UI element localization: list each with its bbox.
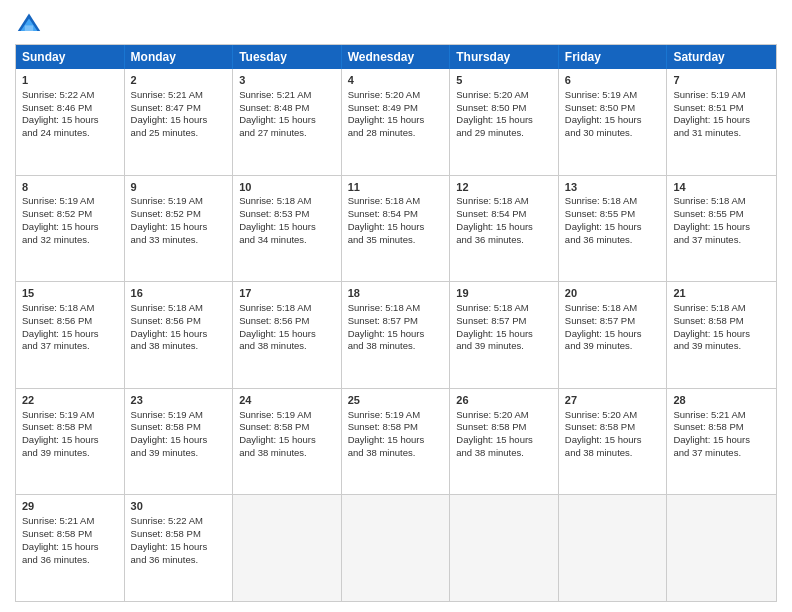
day-info-line: Daylight: 15 hours	[22, 328, 118, 341]
day-info-line: Sunrise: 5:21 AM	[239, 89, 335, 102]
day-number: 27	[565, 393, 661, 408]
day-number: 29	[22, 499, 118, 514]
day-number: 7	[673, 73, 770, 88]
day-info-line: Daylight: 15 hours	[348, 328, 444, 341]
calendar-row-0: 1Sunrise: 5:22 AMSunset: 8:46 PMDaylight…	[16, 69, 776, 175]
day-number: 20	[565, 286, 661, 301]
day-info-line: Daylight: 15 hours	[131, 114, 227, 127]
header-day-friday: Friday	[559, 45, 668, 69]
day-cell-19: 19Sunrise: 5:18 AMSunset: 8:57 PMDayligh…	[450, 282, 559, 388]
calendar-row-2: 15Sunrise: 5:18 AMSunset: 8:56 PMDayligh…	[16, 281, 776, 388]
day-cell-15: 15Sunrise: 5:18 AMSunset: 8:56 PMDayligh…	[16, 282, 125, 388]
day-info-line: Daylight: 15 hours	[673, 221, 770, 234]
day-info-line: Daylight: 15 hours	[456, 328, 552, 341]
empty-cell	[667, 495, 776, 601]
day-info-line: Daylight: 15 hours	[22, 541, 118, 554]
day-info-line: Sunset: 8:50 PM	[565, 102, 661, 115]
day-info-line: and 36 minutes.	[131, 554, 227, 567]
day-number: 4	[348, 73, 444, 88]
day-info-line: Daylight: 15 hours	[239, 114, 335, 127]
day-info-line: Daylight: 15 hours	[565, 221, 661, 234]
day-info-line: Sunset: 8:55 PM	[673, 208, 770, 221]
day-info-line: and 39 minutes.	[456, 340, 552, 353]
day-info-line: Daylight: 15 hours	[673, 434, 770, 447]
day-cell-13: 13Sunrise: 5:18 AMSunset: 8:55 PMDayligh…	[559, 176, 668, 282]
day-info-line: and 27 minutes.	[239, 127, 335, 140]
day-cell-9: 9Sunrise: 5:19 AMSunset: 8:52 PMDaylight…	[125, 176, 234, 282]
day-cell-1: 1Sunrise: 5:22 AMSunset: 8:46 PMDaylight…	[16, 69, 125, 175]
day-info-line: and 33 minutes.	[131, 234, 227, 247]
day-info-line: and 25 minutes.	[131, 127, 227, 140]
day-info-line: Sunset: 8:48 PM	[239, 102, 335, 115]
day-info-line: Sunrise: 5:18 AM	[348, 195, 444, 208]
day-info-line: Sunset: 8:51 PM	[673, 102, 770, 115]
day-number: 14	[673, 180, 770, 195]
day-info-line: Sunrise: 5:22 AM	[131, 515, 227, 528]
day-info-line: Sunrise: 5:19 AM	[22, 195, 118, 208]
day-info-line: Daylight: 15 hours	[348, 434, 444, 447]
header-day-sunday: Sunday	[16, 45, 125, 69]
calendar: SundayMondayTuesdayWednesdayThursdayFrid…	[15, 44, 777, 602]
day-info-line: and 35 minutes.	[348, 234, 444, 247]
day-info-line: and 39 minutes.	[22, 447, 118, 460]
day-info-line: Sunrise: 5:18 AM	[22, 302, 118, 315]
day-number: 6	[565, 73, 661, 88]
day-info-line: and 38 minutes.	[131, 340, 227, 353]
day-info-line: Sunset: 8:49 PM	[348, 102, 444, 115]
day-info-line: Sunset: 8:57 PM	[456, 315, 552, 328]
day-info-line: Sunrise: 5:20 AM	[456, 89, 552, 102]
header-day-thursday: Thursday	[450, 45, 559, 69]
day-info-line: Sunset: 8:57 PM	[348, 315, 444, 328]
day-info-line: Sunset: 8:56 PM	[239, 315, 335, 328]
day-number: 5	[456, 73, 552, 88]
day-info-line: and 38 minutes.	[565, 447, 661, 460]
day-info-line: and 39 minutes.	[131, 447, 227, 460]
day-number: 16	[131, 286, 227, 301]
day-number: 1	[22, 73, 118, 88]
day-info-line: Sunset: 8:58 PM	[22, 421, 118, 434]
header	[15, 10, 777, 38]
day-number: 21	[673, 286, 770, 301]
day-cell-23: 23Sunrise: 5:19 AMSunset: 8:58 PMDayligh…	[125, 389, 234, 495]
calendar-header: SundayMondayTuesdayWednesdayThursdayFrid…	[16, 45, 776, 69]
day-cell-14: 14Sunrise: 5:18 AMSunset: 8:55 PMDayligh…	[667, 176, 776, 282]
day-cell-10: 10Sunrise: 5:18 AMSunset: 8:53 PMDayligh…	[233, 176, 342, 282]
day-cell-17: 17Sunrise: 5:18 AMSunset: 8:56 PMDayligh…	[233, 282, 342, 388]
calendar-row-1: 8Sunrise: 5:19 AMSunset: 8:52 PMDaylight…	[16, 175, 776, 282]
day-info-line: Daylight: 15 hours	[22, 221, 118, 234]
day-cell-22: 22Sunrise: 5:19 AMSunset: 8:58 PMDayligh…	[16, 389, 125, 495]
day-number: 12	[456, 180, 552, 195]
day-info-line: Daylight: 15 hours	[456, 221, 552, 234]
day-info-line: Sunset: 8:55 PM	[565, 208, 661, 221]
day-info-line: Sunrise: 5:18 AM	[239, 195, 335, 208]
day-info-line: Sunset: 8:54 PM	[456, 208, 552, 221]
empty-cell	[342, 495, 451, 601]
day-number: 26	[456, 393, 552, 408]
day-info-line: Sunset: 8:58 PM	[131, 421, 227, 434]
day-info-line: Sunset: 8:56 PM	[131, 315, 227, 328]
day-info-line: Sunset: 8:50 PM	[456, 102, 552, 115]
day-info-line: Sunset: 8:56 PM	[22, 315, 118, 328]
day-info-line: and 28 minutes.	[348, 127, 444, 140]
day-info-line: Daylight: 15 hours	[239, 328, 335, 341]
day-info-line: Daylight: 15 hours	[348, 114, 444, 127]
day-info-line: Sunset: 8:52 PM	[22, 208, 118, 221]
day-info-line: Sunrise: 5:19 AM	[239, 409, 335, 422]
day-info-line: and 38 minutes.	[456, 447, 552, 460]
day-info-line: and 31 minutes.	[673, 127, 770, 140]
day-info-line: Sunrise: 5:20 AM	[456, 409, 552, 422]
day-info-line: Sunrise: 5:18 AM	[673, 195, 770, 208]
day-number: 10	[239, 180, 335, 195]
day-cell-27: 27Sunrise: 5:20 AMSunset: 8:58 PMDayligh…	[559, 389, 668, 495]
day-info-line: Daylight: 15 hours	[565, 328, 661, 341]
day-number: 25	[348, 393, 444, 408]
logo-icon	[15, 10, 43, 38]
day-cell-4: 4Sunrise: 5:20 AMSunset: 8:49 PMDaylight…	[342, 69, 451, 175]
day-info-line: Sunset: 8:58 PM	[131, 528, 227, 541]
day-number: 19	[456, 286, 552, 301]
day-info-line: and 38 minutes.	[239, 340, 335, 353]
day-cell-6: 6Sunrise: 5:19 AMSunset: 8:50 PMDaylight…	[559, 69, 668, 175]
day-info-line: and 39 minutes.	[565, 340, 661, 353]
day-info-line: Sunrise: 5:19 AM	[131, 409, 227, 422]
day-info-line: Sunrise: 5:19 AM	[22, 409, 118, 422]
